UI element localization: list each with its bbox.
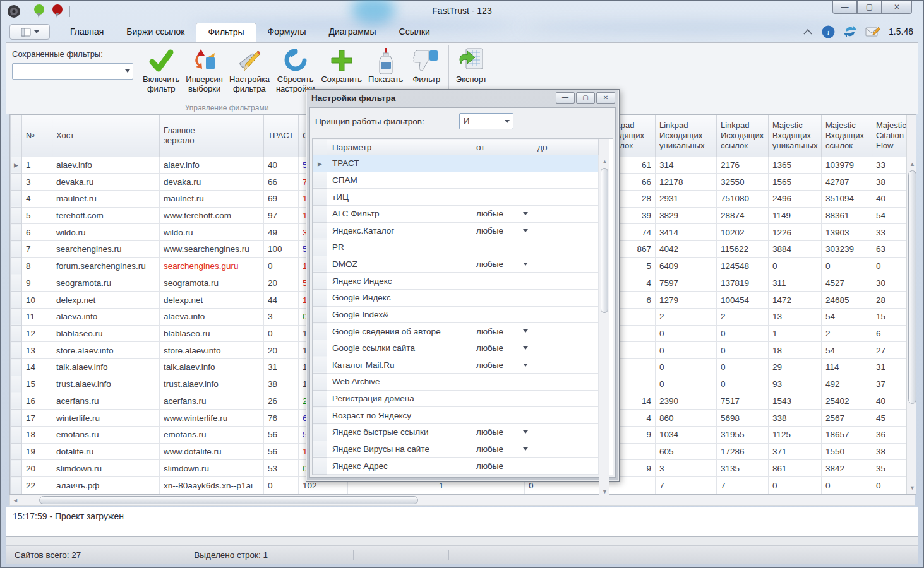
tab-6[interactable]: Ссылки <box>388 23 441 42</box>
cell[interactable]: trust.alaev.info <box>52 376 160 393</box>
param-from-cell[interactable] <box>471 374 532 391</box>
app-menu-button[interactable] <box>9 24 50 40</box>
cell[interactable]: 2567 <box>822 410 872 427</box>
cell[interactable]: 32550 <box>717 174 769 191</box>
cell[interactable] <box>11 443 22 460</box>
cell[interactable]: 18 <box>769 342 822 359</box>
minimize-button[interactable]: — <box>832 1 857 14</box>
cell[interactable]: 15 <box>22 376 52 393</box>
cell[interactable]: 16 <box>22 393 52 410</box>
cell[interactable]: 31955 <box>717 427 769 444</box>
cell[interactable]: 0 <box>656 376 717 393</box>
param-to-cell[interactable] <box>532 222 599 239</box>
cell[interactable]: 0 <box>264 257 299 275</box>
param-to-cell[interactable] <box>532 290 599 307</box>
cell[interactable] <box>11 224 22 241</box>
cell[interactable]: 371 <box>769 443 822 460</box>
scrollbar-thumb[interactable] <box>39 496 418 504</box>
cell[interactable] <box>11 410 22 427</box>
cell[interactable] <box>11 376 22 393</box>
param-row-18[interactable]: Яндекс Вирусы на сайтелюбые <box>313 441 599 458</box>
cell[interactable] <box>11 393 22 410</box>
cell[interactable]: 53 <box>264 460 299 477</box>
cell[interactable]: 27 <box>872 342 906 359</box>
dialog-close-button[interactable]: ✕ <box>596 92 615 104</box>
cell[interactable]: 1034 <box>656 427 717 444</box>
ribbon-button-7[interactable]: Фильтр <box>406 44 447 95</box>
cell[interactable]: 88361 <box>822 207 872 224</box>
cell[interactable]: alaev.info <box>160 157 264 174</box>
cell[interactable]: 3414 <box>656 224 717 241</box>
cell[interactable]: ▸ <box>11 157 22 174</box>
cell[interactable]: 31 <box>264 359 299 376</box>
cell[interactable]: devaka.ru <box>160 174 264 191</box>
tab-3[interactable]: Фильтры <box>196 23 256 42</box>
param-from-cell[interactable]: любые <box>471 441 532 458</box>
param-name[interactable]: Google сведения об авторе <box>327 323 471 340</box>
filter-principle-combobox[interactable]: И <box>459 113 513 129</box>
param-name[interactable]: Яндекс Вирусы на сайте <box>327 441 471 458</box>
param-name[interactable]: тИЦ <box>327 189 471 206</box>
cell[interactable]: 303239 <box>822 241 872 258</box>
param-to-cell[interactable] <box>532 424 599 441</box>
param-to-cell[interactable] <box>532 172 599 189</box>
param-name[interactable]: ТРАСТ <box>327 155 471 172</box>
scroll-left-arrow[interactable]: ◄ <box>13 497 18 504</box>
param-to-cell[interactable] <box>532 323 599 340</box>
param-from-cell[interactable]: любые <box>471 357 532 374</box>
cell[interactable]: 42787 <box>822 174 872 191</box>
param-to-cell[interactable] <box>532 189 599 206</box>
cell[interactable]: 124548 <box>717 257 769 275</box>
cell[interactable]: 10202 <box>717 224 769 241</box>
cell[interactable]: 28 <box>872 292 906 309</box>
column-header-14[interactable]: Majestic Входящих ссылок <box>822 115 872 157</box>
cell[interactable]: 100 <box>264 241 299 258</box>
param-row-10[interactable]: Google Index& <box>313 306 599 323</box>
cell[interactable]: xn--80aayk6ds.xn--p1ai <box>160 477 264 494</box>
cell[interactable]: winterlife.ru <box>52 410 160 427</box>
param-row-11[interactable]: Google сведения об авторелюбые <box>313 323 599 340</box>
cell[interactable]: 5698 <box>717 410 769 427</box>
cell[interactable]: 3829 <box>656 207 717 224</box>
cell[interactable]: www.winterlife.ru <box>160 410 264 427</box>
param-to-cell[interactable] <box>532 155 599 172</box>
cell[interactable]: alaeva.info <box>160 308 264 325</box>
cell[interactable]: 33 <box>872 157 906 174</box>
param-row-4[interactable]: АГС Фильтрлюбые <box>313 205 599 222</box>
cell[interactable]: 2176 <box>717 157 769 174</box>
scroll-down-arrow[interactable]: ▼ <box>908 483 917 493</box>
cell[interactable]: 14 <box>22 359 52 376</box>
cell[interactable]: searchengines.guru <box>160 257 264 275</box>
cell[interactable] <box>11 308 22 325</box>
cell[interactable]: 1226 <box>769 224 822 241</box>
cell[interactable]: 137819 <box>717 275 769 292</box>
scroll-down-arrow[interactable]: ▼ <box>600 487 609 497</box>
param-to-cell[interactable] <box>532 357 599 374</box>
cell[interactable]: 0 <box>822 257 872 275</box>
param-from-cell[interactable]: любые <box>471 205 532 222</box>
cell[interactable]: 54 <box>872 207 906 224</box>
table-vertical-scrollbar[interactable]: ▲ ▼ <box>906 115 916 494</box>
param-from-cell[interactable]: любые <box>471 323 532 340</box>
cell[interactable]: 338 <box>769 410 822 427</box>
cell[interactable]: 0 <box>717 376 769 393</box>
param-to-cell[interactable] <box>532 374 599 391</box>
cell[interactable]: 1149 <box>769 207 822 224</box>
cell[interactable]: 0 <box>717 359 769 376</box>
param-name[interactable]: Яндекс.Каталог <box>327 222 471 239</box>
feedback-icon[interactable] <box>865 26 880 37</box>
param-from-cell[interactable]: любые <box>471 424 532 441</box>
cell[interactable]: 115622 <box>717 241 769 258</box>
cell[interactable]: 1565 <box>769 174 822 191</box>
cell[interactable]: 20 <box>264 342 299 359</box>
cell[interactable]: forum.searchengines.ru <box>52 257 160 275</box>
cell[interactable]: maulnet.ru <box>160 190 264 207</box>
cell[interactable]: 4527 <box>822 275 872 292</box>
param-from-cell[interactable] <box>471 155 532 172</box>
param-row-15[interactable]: Регистрация домена <box>313 390 599 407</box>
cell[interactable]: 3 <box>264 308 299 325</box>
cell[interactable]: 15 <box>872 308 906 325</box>
ribbon-button-4[interactable]: Сбросить настройки <box>273 44 318 95</box>
info-icon[interactable]: i <box>822 25 835 38</box>
cell[interactable]: 7 <box>717 477 769 494</box>
